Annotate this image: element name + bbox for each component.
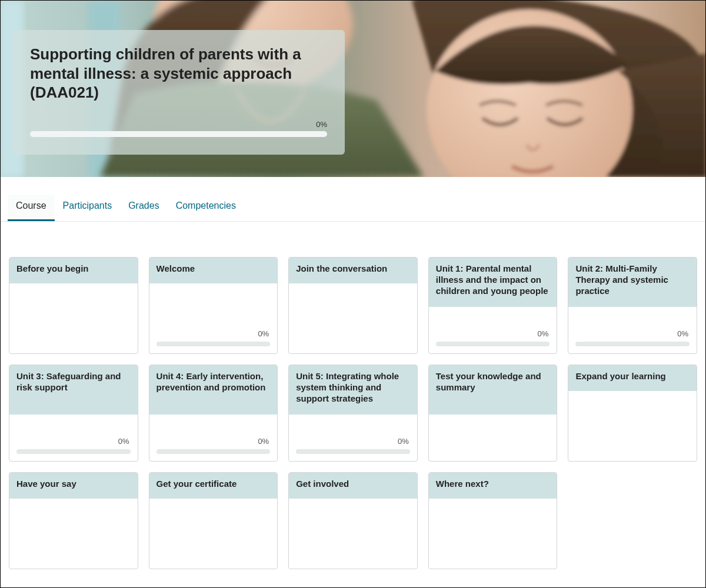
tab-grades[interactable]: Grades bbox=[120, 195, 167, 221]
section-progress-bar bbox=[156, 342, 271, 346]
course-title: Supporting children of parents with a me… bbox=[30, 45, 327, 102]
section-card-title: Welcome bbox=[149, 258, 278, 283]
section-card[interactable]: Welcome0% bbox=[149, 257, 278, 354]
section-progress-label: 0% bbox=[118, 437, 129, 446]
course-tabs: CourseParticipantsGradesCompetencies bbox=[1, 177, 705, 222]
section-card-body: 0% bbox=[568, 307, 697, 353]
section-card-body bbox=[9, 283, 138, 353]
section-card-body: 0% bbox=[149, 415, 278, 461]
section-card-title: Unit 3: Safeguarding and risk support bbox=[9, 365, 138, 415]
section-card-title: Get involved bbox=[289, 473, 417, 499]
section-card[interactable]: Before you begin bbox=[9, 257, 138, 354]
section-card-body bbox=[149, 499, 278, 569]
section-card-body bbox=[568, 391, 697, 461]
section-card-body: 0% bbox=[289, 415, 417, 461]
section-card-body bbox=[429, 415, 557, 461]
section-card[interactable]: Unit 1: Parental mental illness and the … bbox=[428, 257, 558, 354]
hero-progress-label: 0% bbox=[30, 120, 327, 129]
section-card-title: Unit 4: Early intervention, prevention a… bbox=[149, 365, 278, 415]
section-card-body: 0% bbox=[149, 283, 278, 353]
section-card[interactable]: Join the conversation bbox=[288, 257, 418, 354]
section-card-title: Have your say bbox=[9, 473, 138, 499]
section-progress-label: 0% bbox=[258, 329, 269, 338]
section-card[interactable]: Unit 4: Early intervention, prevention a… bbox=[149, 365, 278, 462]
section-card[interactable]: Where next? bbox=[428, 472, 558, 569]
hero-banner: Supporting children of parents with a me… bbox=[1, 1, 705, 177]
section-card[interactable]: Expand your learning bbox=[568, 365, 697, 462]
section-card-body: 0% bbox=[429, 307, 557, 353]
hero-overlay-card: Supporting children of parents with a me… bbox=[12, 30, 345, 155]
section-card[interactable]: Unit 2: Multi-Family Therapy and systemi… bbox=[568, 257, 697, 354]
section-card-body: 0% bbox=[9, 415, 138, 461]
section-card-title: Get your certificate bbox=[149, 473, 278, 499]
section-progress-label: 0% bbox=[398, 437, 409, 446]
section-card[interactable]: Unit 3: Safeguarding and risk support0% bbox=[9, 365, 138, 462]
section-progress-bar bbox=[575, 342, 690, 346]
section-progress-label: 0% bbox=[677, 329, 688, 338]
section-card[interactable]: Get involved bbox=[288, 472, 418, 569]
section-card-body bbox=[9, 499, 138, 569]
section-progress-label: 0% bbox=[538, 329, 549, 338]
hero-progress-bar bbox=[30, 131, 327, 137]
course-section-grid: Before you beginWelcome0%Join the conver… bbox=[1, 222, 705, 581]
section-card-body bbox=[289, 283, 417, 353]
section-card-title: Unit 2: Multi-Family Therapy and systemi… bbox=[568, 258, 697, 307]
section-card-body bbox=[429, 499, 557, 569]
section-card-title: Where next? bbox=[429, 473, 557, 499]
section-progress-bar bbox=[296, 449, 410, 454]
tab-competencies[interactable]: Competencies bbox=[168, 195, 244, 221]
section-card-title: Before you begin bbox=[9, 258, 138, 283]
section-card-title: Expand your learning bbox=[568, 365, 697, 391]
section-card-title: Join the conversation bbox=[289, 258, 417, 283]
section-card[interactable]: Test your knowledge and summary bbox=[428, 365, 558, 462]
section-card[interactable]: Get your certificate bbox=[149, 472, 278, 569]
section-card-body bbox=[289, 499, 417, 569]
section-card-title: Unit 5: Integrating whole system thinkin… bbox=[289, 365, 417, 415]
section-progress-bar bbox=[436, 342, 550, 346]
section-card[interactable]: Have your say bbox=[9, 472, 138, 569]
tab-participants[interactable]: Participants bbox=[55, 195, 121, 221]
section-progress-bar bbox=[156, 449, 271, 454]
section-card-title: Unit 1: Parental mental illness and the … bbox=[429, 258, 557, 307]
section-card-title: Test your knowledge and summary bbox=[429, 365, 557, 415]
section-card[interactable]: Unit 5: Integrating whole system thinkin… bbox=[288, 365, 418, 462]
tab-course[interactable]: Course bbox=[8, 195, 55, 221]
section-progress-label: 0% bbox=[258, 437, 269, 446]
section-progress-bar bbox=[16, 449, 131, 454]
